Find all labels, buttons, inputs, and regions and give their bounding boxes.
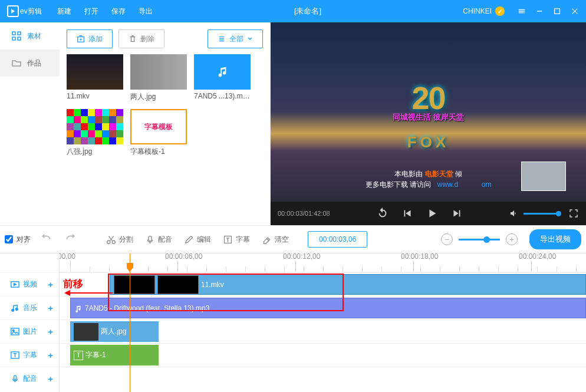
svg-rect-4: [18, 37, 21, 40]
align-checkbox[interactable]: 对齐: [5, 235, 31, 245]
media-item[interactable]: 八强.jpg: [67, 109, 123, 157]
dub-tool[interactable]: 配音: [141, 232, 176, 247]
video-clip[interactable]: 11.mkv: [110, 274, 586, 295]
track-label-subtitle[interactable]: 字幕+: [0, 343, 59, 367]
add-track-icon[interactable]: +: [48, 327, 53, 337]
media-item[interactable]: 字幕模板 字幕模板-1: [130, 109, 187, 157]
edit-toolbar: 对齐 分割 配音 编辑 字幕 清空 00:00:03,06 − + 导出视频: [0, 225, 586, 253]
subtitle-clip[interactable]: T 字幕-1: [70, 345, 159, 365]
track-labels: 视频+ 音乐+ 图片+ 字幕+ 配音+: [0, 253, 60, 392]
dub-track[interactable]: [60, 367, 586, 390]
user-area[interactable]: CHINKEI ✓: [463, 6, 505, 16]
track-label-image[interactable]: 图片+: [0, 319, 59, 343]
edit-tool[interactable]: 编辑: [180, 232, 215, 247]
minimize-button[interactable]: [531, 0, 548, 22]
menu-open[interactable]: 打开: [84, 6, 98, 17]
image-clip[interactable]: 两人.jpg: [70, 321, 159, 342]
music-track[interactable]: 7AND5 - Driftwood (feat. Stella 13).mp3: [60, 296, 586, 319]
zoom-in-button[interactable]: +: [506, 233, 518, 245]
svg-rect-1: [12, 32, 15, 35]
time-display: 00:00:03/01:42:08: [278, 210, 330, 217]
annotation-arrow: [65, 292, 113, 294]
split-tool[interactable]: 分割: [103, 232, 137, 247]
replay-button[interactable]: [376, 207, 389, 220]
volume-control[interactable]: [509, 209, 559, 218]
media-caption: 两人.jpg: [130, 92, 187, 102]
menu-export[interactable]: 导出: [139, 6, 153, 17]
svg-point-12: [15, 308, 18, 311]
maximize-button[interactable]: [548, 0, 566, 22]
add-track-icon[interactable]: +: [48, 374, 53, 384]
next-button[interactable]: [450, 207, 463, 220]
annotation-text: 前移: [63, 277, 83, 291]
sidebar-tab-material[interactable]: 素材: [0, 22, 60, 50]
add-button[interactable]: 添加: [67, 29, 113, 48]
clip-thumbnail: [74, 323, 98, 341]
volume-slider[interactable]: [524, 213, 559, 215]
preview-subtitle: 同城视生活 彼岸天堂: [393, 112, 464, 123]
sidebar: 素材 作品: [0, 22, 60, 225]
align-input[interactable]: [5, 235, 13, 243]
title-bar: ev剪辑 新建 打开 保存 导出 [未命名] CHINKEI ✓: [0, 0, 586, 22]
preview-overlay: FOX: [407, 133, 449, 151]
add-track-icon[interactable]: +: [48, 350, 53, 360]
sidebar-tab-works[interactable]: 作品: [0, 50, 60, 77]
clip-thumbnail: [157, 275, 199, 294]
image-thumbnail: [67, 109, 123, 144]
menu-new[interactable]: 新建: [57, 6, 71, 17]
video-thumbnail: [67, 54, 123, 90]
time-ruler[interactable]: 00,00 00:00:06,00 00:00:12,00 00:00:18,0…: [60, 253, 586, 272]
image-track[interactable]: 两人.jpg: [60, 319, 586, 343]
tracks-area[interactable]: 00,00 00:00:06,00 00:00:12,00 00:00:18,0…: [60, 253, 586, 392]
folder-icon: [12, 58, 21, 68]
clear-tool[interactable]: 清空: [258, 232, 292, 247]
fullscreen-button[interactable]: [568, 208, 579, 219]
audio-clip[interactable]: 7AND5 - Driftwood (feat. Stella 13).mp3: [70, 298, 586, 318]
timecode-display[interactable]: 00:00:03,06: [308, 231, 367, 248]
svg-rect-3: [12, 37, 15, 40]
media-caption: 字幕模板-1: [130, 147, 187, 157]
media-item[interactable]: 7AND5 ...13).mp3: [194, 54, 251, 102]
delete-button[interactable]: 删除: [118, 29, 164, 48]
close-button[interactable]: [566, 0, 584, 22]
track-label-video[interactable]: 视频+: [0, 272, 59, 296]
track-label-dub[interactable]: 配音+: [0, 367, 59, 390]
sidebar-tab-label: 作品: [27, 58, 41, 68]
video-preview[interactable]: 20 FOX 同城视生活 彼岸天堂 本电影由 电影天堂 倾 更多电影下载 请访问…: [271, 22, 586, 202]
user-badge-icon: ✓: [495, 6, 505, 16]
subtitle-tool[interactable]: 字幕: [219, 232, 254, 247]
svg-rect-13: [11, 328, 19, 335]
preview-overlay: 20: [411, 80, 445, 116]
audio-thumbnail: [194, 54, 251, 90]
export-video-button[interactable]: 导出视频: [529, 229, 581, 249]
app-logo: ev剪辑: [2, 5, 47, 17]
logo-icon: [7, 5, 19, 17]
svg-rect-16: [14, 375, 17, 380]
undo-button[interactable]: [40, 233, 53, 246]
playhead[interactable]: [130, 253, 130, 392]
play-button[interactable]: [426, 207, 439, 220]
media-caption: 7AND5 ...13).mp3: [194, 92, 251, 100]
subtitle-track[interactable]: T 字幕-1: [60, 343, 586, 367]
image-thumbnail: [130, 54, 187, 90]
music-note-icon: [216, 65, 229, 78]
media-caption: 11.mkv: [67, 92, 123, 100]
menu-save[interactable]: 保存: [111, 6, 126, 17]
zoom-slider[interactable]: [459, 239, 500, 241]
user-name: CHINKEI: [463, 7, 492, 15]
zoom-out-button[interactable]: −: [441, 233, 453, 245]
media-item[interactable]: 两人.jpg: [130, 54, 187, 102]
text-thumbnail: 字幕模板: [130, 109, 187, 144]
add-track-icon[interactable]: +: [48, 279, 53, 289]
track-label-music[interactable]: 音乐+: [0, 296, 59, 319]
redo-button[interactable]: [64, 233, 77, 246]
prev-button[interactable]: [401, 207, 414, 220]
volume-icon: [509, 209, 519, 218]
settings-button[interactable]: [513, 0, 531, 22]
svg-rect-8: [149, 236, 152, 241]
video-track[interactable]: 11.mkv: [60, 272, 586, 296]
add-track-icon[interactable]: +: [48, 303, 53, 313]
media-item[interactable]: 11.mkv: [67, 54, 123, 102]
media-toolbar: 添加 删除 全部: [67, 29, 263, 48]
filter-dropdown[interactable]: 全部: [208, 29, 263, 48]
